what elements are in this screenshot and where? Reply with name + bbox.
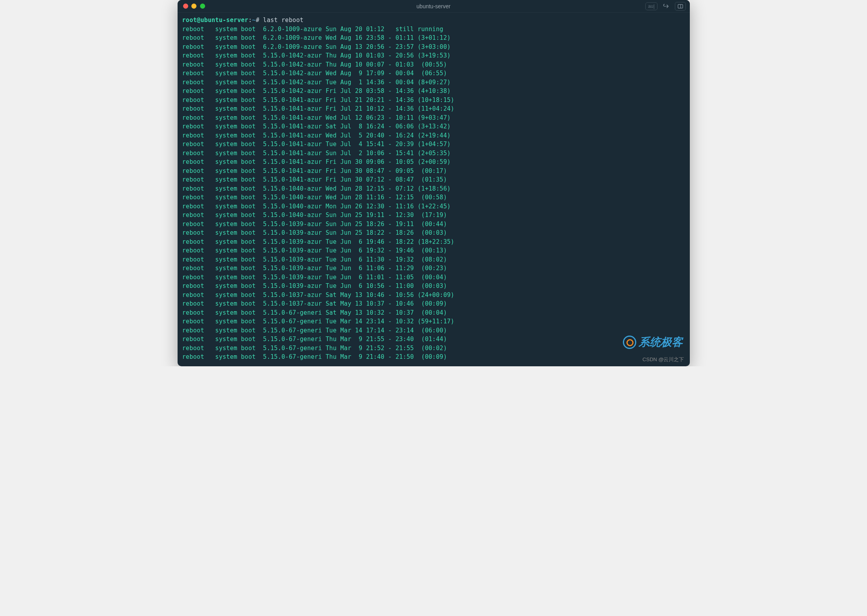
split-panel-icon[interactable]	[675, 2, 686, 11]
reboot-entry: reboot system boot 5.15.0-1040-azur Sun …	[182, 212, 447, 219]
reboot-entry: reboot system boot 5.15.0-1039-azur Tue …	[182, 247, 447, 254]
fullscreen-button[interactable]	[200, 4, 205, 9]
reboot-entry: reboot system boot 5.15.0-1037-azur Sat …	[182, 291, 454, 299]
prompt-path: ~	[252, 17, 256, 24]
reboot-entry: reboot system boot 5.15.0-1041-azur Sat …	[182, 123, 451, 130]
reboot-entry: reboot system boot 5.15.0-1041-azur Wed …	[182, 132, 451, 139]
traffic-lights	[183, 4, 205, 9]
reboot-entry: reboot system boot 5.15.0-67-generi Thu …	[182, 353, 447, 360]
reboot-entry: reboot system boot 5.15.0-1042-azur Thu …	[182, 52, 451, 59]
reboot-entry: reboot system boot 5.15.0-1040-azur Mon …	[182, 203, 451, 210]
reboot-entry: reboot system boot 5.15.0-1037-azur Sat …	[182, 300, 447, 307]
reboot-entry: reboot system boot 6.2.0-1009-azure Wed …	[182, 34, 451, 41]
reboot-entry: reboot system boot 5.15.0-1042-azur Tue …	[182, 79, 451, 86]
reboot-entry: reboot system boot 5.15.0-67-generi Sat …	[182, 309, 447, 316]
command-text: last reboot	[263, 17, 304, 24]
reboot-entry: reboot system boot 5.15.0-67-generi Tue …	[182, 318, 454, 325]
profile-indicator[interactable]: au|	[645, 2, 657, 10]
window-title: ubuntu-server	[417, 3, 450, 9]
reboot-entry: reboot system boot 5.15.0-1040-azur Wed …	[182, 194, 447, 201]
reboot-entry: reboot system boot 6.2.0-1009-azure Sun …	[182, 26, 443, 33]
minimize-button[interactable]	[191, 4, 196, 9]
share-icon[interactable]	[661, 2, 672, 11]
reboot-entry: reboot system boot 6.2.0-1009-azure Sun …	[182, 43, 451, 50]
reboot-entry: reboot system boot 5.15.0-1041-azur Tue …	[182, 141, 451, 148]
titlebar: ubuntu-server au|	[178, 0, 690, 13]
terminal-window: ubuntu-server au| root@ubuntu-server:~# …	[178, 0, 690, 366]
reboot-entry: reboot system boot 5.15.0-1041-azur Fri …	[182, 96, 454, 104]
reboot-entry: reboot system boot 5.15.0-67-generi Thu …	[182, 345, 447, 352]
prompt-hash: #	[256, 17, 259, 24]
reboot-entry: reboot system boot 5.15.0-1039-azur Tue …	[182, 282, 447, 289]
reboot-entry: reboot system boot 5.15.0-1039-azur Tue …	[182, 274, 447, 281]
prompt-sep: :	[248, 17, 252, 24]
terminal-body[interactable]: root@ubuntu-server:~# last reboot reboot…	[178, 13, 690, 366]
reboot-entry: reboot system boot 5.15.0-67-generi Thu …	[182, 336, 447, 343]
reboot-entry: reboot system boot 5.15.0-1041-azur Sun …	[182, 150, 451, 157]
reboot-entry: reboot system boot 5.15.0-1039-azur Sun …	[182, 221, 447, 228]
reboot-entry: reboot system boot 5.15.0-67-generi Tue …	[182, 327, 447, 334]
reboot-entry: reboot system boot 5.15.0-1042-azur Wed …	[182, 70, 447, 77]
reboot-entry: reboot system boot 5.15.0-1041-azur Fri …	[182, 105, 454, 112]
reboot-entry: reboot system boot 5.15.0-1041-azur Wed …	[182, 114, 451, 121]
reboot-entry: reboot system boot 5.15.0-1039-azur Tue …	[182, 256, 447, 263]
reboot-entry: reboot system boot 5.15.0-1042-azur Fri …	[182, 87, 451, 95]
svg-rect-0	[678, 4, 683, 8]
reboot-entry: reboot system boot 5.15.0-1039-azur Tue …	[182, 238, 454, 245]
reboot-entry: reboot system boot 5.15.0-1041-azur Fri …	[182, 167, 447, 174]
titlebar-right-controls: au|	[645, 2, 685, 11]
reboot-entry: reboot system boot 5.15.0-1039-azur Tue …	[182, 265, 447, 272]
reboot-entry: reboot system boot 5.15.0-1040-azur Wed …	[182, 185, 451, 192]
reboot-entry: reboot system boot 5.15.0-1041-azur Fri …	[182, 176, 447, 183]
reboot-entry: reboot system boot 5.15.0-1039-azur Sun …	[182, 229, 447, 236]
prompt-user-host: root@ubuntu-server	[182, 17, 248, 24]
close-button[interactable]	[183, 4, 188, 9]
reboot-entry: reboot system boot 5.15.0-1042-azur Thu …	[182, 61, 447, 68]
reboot-entry: reboot system boot 5.15.0-1041-azur Fri …	[182, 158, 451, 165]
